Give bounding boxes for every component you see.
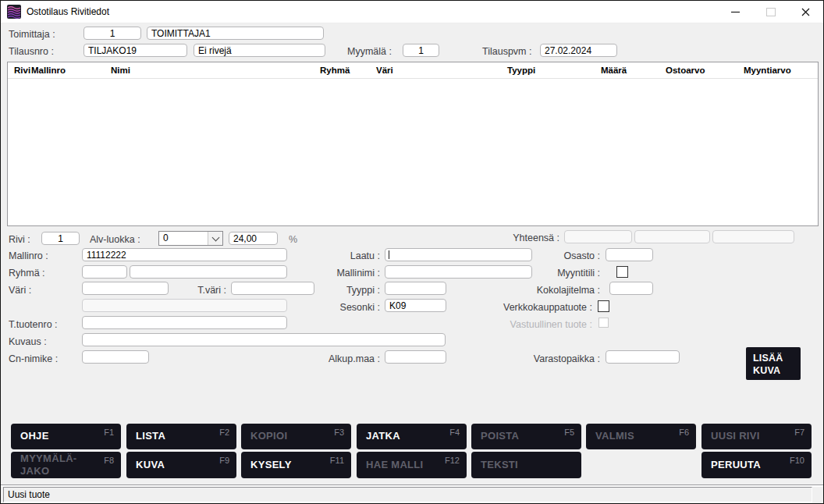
myyntitili-label: Myyntitili : xyxy=(522,268,600,279)
alv-luokka-label: Alv-luokka : xyxy=(90,234,140,245)
fkey-badge: F6 xyxy=(679,428,689,437)
teksti-button: TEKSTI xyxy=(471,452,581,478)
toimittaja-label: Toimittaja : xyxy=(9,29,55,40)
vari-label: Väri : xyxy=(9,285,31,296)
kokolajitelma-field[interactable] xyxy=(609,282,653,295)
varastopaikka-field[interactable] xyxy=(606,350,680,364)
peruuta-button[interactable]: PERUUTA F10 xyxy=(701,452,812,478)
kysely-button[interactable]: KYSELY F11 xyxy=(241,452,351,478)
tilausnro-field[interactable] xyxy=(83,44,187,57)
fkey-badge: F1 xyxy=(104,428,114,437)
maximize-icon xyxy=(766,8,776,16)
alv-luokka-dropdown[interactable]: 0 xyxy=(158,231,223,246)
osasto-field[interactable] xyxy=(606,248,653,261)
chevron-down-icon xyxy=(211,233,219,241)
rivi-field[interactable] xyxy=(41,232,80,245)
col-rivi: Rivi xyxy=(14,66,30,75)
percent-label: % xyxy=(289,234,297,245)
kuvaus-label: Kuvaus : xyxy=(9,336,47,347)
ryhma-code-field[interactable] xyxy=(82,265,127,279)
alkup-maa-label: Alkup.maa : xyxy=(318,353,380,364)
lisaa-kuva-label: LISÄÄ KUVA xyxy=(753,352,794,378)
col-nimi: Nimi xyxy=(111,66,130,75)
laatu-field[interactable] xyxy=(385,248,532,261)
col-mallinro: Mallinro xyxy=(31,66,66,75)
cn-nimike-field[interactable] xyxy=(82,350,149,364)
fkey-badge: F9 xyxy=(219,456,229,465)
tvari-label: T.väri : xyxy=(179,285,226,296)
yhteensa-field-1 xyxy=(564,230,632,243)
sesonki-field[interactable] xyxy=(385,299,446,312)
kuva-button[interactable]: KUVA F9 xyxy=(126,452,236,478)
yhteensa-field-3 xyxy=(712,230,794,243)
minimize-icon xyxy=(731,12,740,12)
myymala-label: Myymälä : xyxy=(347,46,392,57)
statusbar-message: Uusi tuote xyxy=(3,487,812,502)
dropdown-arrow-button[interactable] xyxy=(208,232,222,245)
tilausnro-label: Tilausnro : xyxy=(9,46,54,57)
jatka-button[interactable]: JATKA F4 xyxy=(357,424,467,449)
valmis-button: VALMIS F6 xyxy=(586,424,696,449)
myyntitili-checkbox[interactable] xyxy=(616,266,628,278)
ohje-button[interactable]: OHJE F1 xyxy=(11,424,121,449)
text-cursor xyxy=(389,250,389,259)
tilauspvm-field[interactable] xyxy=(540,44,617,57)
tyyppi-field[interactable] xyxy=(385,282,446,295)
col-myyntiarvo: Myyntiarvo xyxy=(744,66,791,75)
laatu-label: Laatu : xyxy=(318,250,380,261)
toimittaja-code-field[interactable] xyxy=(83,27,141,40)
varastopaikka-label: Varastopaikka : xyxy=(506,353,600,364)
minimize-button[interactable] xyxy=(719,1,751,23)
yhteensa-label: Yhteensä : xyxy=(481,232,559,243)
window-title: Ostotilaus Rivitiedot xyxy=(27,6,109,17)
sesonki-label: Sesonki : xyxy=(318,302,380,313)
toimittaja-name-field[interactable] xyxy=(147,27,324,40)
fkey-badge: F3 xyxy=(334,428,344,437)
fkey-badge: F4 xyxy=(449,428,460,437)
ryhma-label: Ryhmä : xyxy=(9,268,45,279)
hae-malli-button: HAE MALLI F12 xyxy=(357,452,467,478)
title-bar: Ostotilaus Rivitiedot xyxy=(1,1,823,23)
alkup-maa-field[interactable] xyxy=(385,350,446,364)
mallinro-field[interactable] xyxy=(82,248,287,261)
close-icon xyxy=(801,8,810,16)
myymala-field[interactable] xyxy=(403,44,439,57)
lisaa-kuva-button[interactable]: LISÄÄ KUVA xyxy=(746,347,801,380)
close-button[interactable] xyxy=(789,1,822,23)
fkey-badge: F11 xyxy=(330,456,344,465)
tyyppi-label: Tyyppi : xyxy=(318,285,380,296)
alv-prosentti-field[interactable] xyxy=(229,232,278,245)
mallinro-label: Mallinro : xyxy=(9,250,48,261)
fkey-badge: F10 xyxy=(790,456,804,465)
order-rows-table[interactable]: Rivi Mallinro Nimi Ryhmä Väri Tyyppi Mää… xyxy=(7,62,819,226)
uusi-rivi-button: UUSI RIVI F7 xyxy=(701,424,812,449)
verkkokauppatuote-label: Verkkokauppatuote : xyxy=(475,302,592,313)
poista-button: POISTA F5 xyxy=(471,424,581,449)
col-maara: Määrä xyxy=(601,66,627,75)
lista-button[interactable]: LISTA F2 xyxy=(126,424,236,449)
mallinimi-field[interactable] xyxy=(385,265,532,279)
vari-field[interactable] xyxy=(82,282,169,295)
table-header-row: Rivi Mallinro Nimi Ryhmä Väri Tyyppi Mää… xyxy=(8,62,818,79)
fkey-badge: F5 xyxy=(564,428,574,437)
osasto-label: Osasto : xyxy=(538,250,600,261)
verkkokauppatuote-checkbox[interactable] xyxy=(598,300,609,312)
vari-name-field xyxy=(82,299,287,312)
app-window: Ostotilaus Rivitiedot Toimittaja : Tilau… xyxy=(0,0,824,504)
vastuullinen-tuote-label: Vastuullinen tuote : xyxy=(483,319,592,330)
ryhma-name-field[interactable] xyxy=(130,265,287,279)
fkey-badge: F8 xyxy=(104,456,114,465)
vastuullinen-tuote-checkbox xyxy=(598,318,609,328)
rivit-status-field[interactable] xyxy=(194,44,325,57)
rivi-label: Rivi : xyxy=(9,234,30,245)
app-logo-icon xyxy=(7,5,21,19)
kuvaus-field[interactable] xyxy=(82,333,446,346)
yhteensa-field-2 xyxy=(634,230,710,243)
cn-nimike-label: Cn-nimike : xyxy=(9,353,58,364)
maximize-button[interactable] xyxy=(755,1,787,23)
fkey-badge: F7 xyxy=(794,428,804,437)
tvari-field[interactable] xyxy=(231,282,314,295)
fkey-badge: F2 xyxy=(219,428,229,437)
t-tuotenro-field[interactable] xyxy=(82,316,287,329)
col-ostoarvo: Ostoarvo xyxy=(666,66,705,75)
